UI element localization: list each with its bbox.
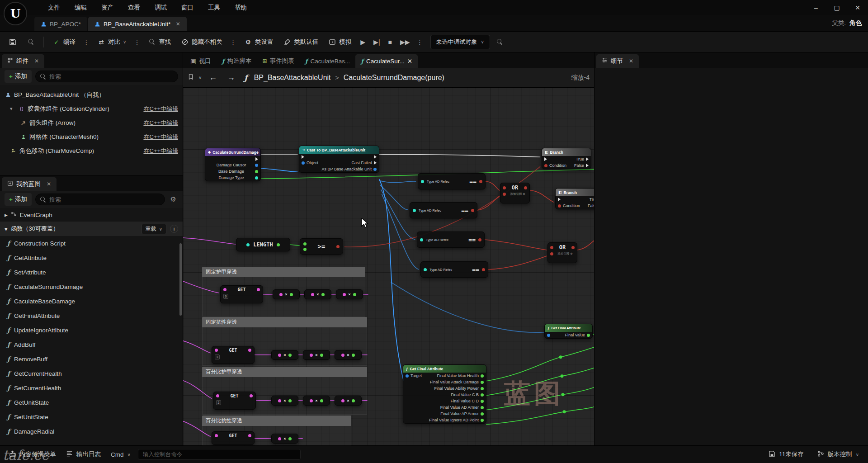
multiply-node[interactable]: × <box>271 350 298 360</box>
false-pin[interactable] <box>586 164 589 167</box>
function-list-item[interactable]: ƒ GetUnitState <box>0 395 183 410</box>
node-caculate-surrund-damage[interactable]: ◆CaculateSurrundDamage Damage Causor Bas… <box>205 148 261 181</box>
pin-out[interactable] <box>481 374 484 378</box>
tab-caculate-surrund[interactable]: ƒ CaculateSur... ✕ <box>355 54 418 68</box>
add-blueprint-item-button[interactable]: + 添加 <box>5 193 32 206</box>
save-button[interactable] <box>5 35 21 49</box>
asset-tab-bp-baseattackableunit[interactable]: BP_BaseAttackableUnit* ✕ <box>88 17 187 31</box>
pin-damage-type[interactable] <box>255 176 258 180</box>
tab-viewport[interactable]: ▣ 视口 <box>185 54 217 68</box>
exec-in-pin[interactable] <box>544 157 547 161</box>
pin-out[interactable] <box>481 400 484 403</box>
comment-header[interactable]: 固定护甲穿透 <box>202 267 365 277</box>
tab-caculate-base[interactable]: ƒ CaculateBas... <box>300 54 356 68</box>
tab-construction-script[interactable]: ƒ 构造脚本 <box>217 54 257 68</box>
add-component-button[interactable]: + 添加 <box>5 70 32 83</box>
node-get-array-item[interactable]: GET <box>212 431 255 445</box>
close-icon[interactable]: ✕ <box>176 21 180 27</box>
function-list-item[interactable]: ƒ GetFinalAttribute <box>0 308 183 323</box>
pin-in[interactable] <box>550 246 553 249</box>
find-button[interactable]: 查找 <box>144 35 175 49</box>
pin-int-out[interactable] <box>277 243 280 246</box>
parent-class-value[interactable]: 角色 <box>849 19 862 27</box>
stop-button[interactable]: ■ <box>385 36 395 48</box>
pin-in[interactable] <box>310 399 313 402</box>
array-index-field[interactable]: 0 <box>223 294 228 299</box>
close-button[interactable]: ✕ <box>847 0 868 15</box>
exec-out-pin[interactable] <box>374 155 377 159</box>
browse-asset-button[interactable] <box>23 35 39 49</box>
breadcrumb-root[interactable]: BP_BaseAttackableUnit <box>254 74 331 82</box>
function-list-item[interactable]: ƒ SetCurrentHealth <box>0 381 183 395</box>
edit-in-cpp-link[interactable]: 在C++中编辑 <box>143 147 178 155</box>
component-row[interactable]: ▾ 胶囊体组件 (CollisionCylinder) 在C++中编辑 <box>0 102 183 116</box>
pin-item-out[interactable] <box>248 349 251 352</box>
function-list-item[interactable]: ƒ UpdateIgnorAttibute <box>0 323 183 337</box>
pin-in[interactable] <box>278 399 281 402</box>
pin-in[interactable] <box>503 193 506 196</box>
pin-item-out[interactable] <box>248 434 251 437</box>
tab-details[interactable]: 细节 ✕ <box>596 54 639 68</box>
console-command-input[interactable] <box>138 449 301 460</box>
pin-item-out[interactable] <box>257 288 260 291</box>
menu-item[interactable]: 查看 <box>122 2 146 14</box>
pin-target-in[interactable] <box>406 374 409 378</box>
multiply-node[interactable]: × <box>335 350 362 360</box>
diff-button[interactable]: ⇄ 对比 ∨ <box>93 35 130 49</box>
node-cast-to-bp-baseattackableunit[interactable]: ➜Cast To BP_BaseAttackableUnit Object Ca… <box>299 146 379 173</box>
function-list-item[interactable]: ƒ GetCurrentHealth <box>0 366 183 381</box>
pin-out[interactable] <box>481 387 484 390</box>
maximize-button[interactable]: ▢ <box>826 0 847 15</box>
pin-in[interactable] <box>550 252 553 255</box>
asset-tab-bp-apoc[interactable]: BP_APOC* <box>34 17 87 31</box>
pin-in[interactable] <box>279 293 283 296</box>
node-equal[interactable]: Type AD Refec == <box>420 261 488 278</box>
debug-object-dropdown[interactable]: 未选中调试对象 ∨ <box>430 35 490 49</box>
compile-button[interactable]: ✓ 编译 <box>48 35 80 49</box>
pin-object[interactable] <box>302 161 305 165</box>
pin-array-in[interactable] <box>246 243 250 246</box>
add-pin-label[interactable]: 添加引脚 ⊕ <box>510 192 525 196</box>
multiply-node[interactable]: × <box>336 289 363 299</box>
tab-my-blueprint[interactable]: 我的蓝图 ✕ <box>2 177 57 191</box>
multiply-node[interactable]: × <box>335 396 362 406</box>
breadcrumb-current[interactable]: CaculateSurrundDamage(pure) <box>344 74 444 82</box>
function-list-item[interactable]: ƒ CaculateSurrundDamage <box>0 279 183 294</box>
exec-in-pin[interactable] <box>558 198 561 201</box>
pin-out[interactable] <box>571 246 575 249</box>
pin-out[interactable] <box>352 354 355 357</box>
function-list-item[interactable]: ƒ DamageRadial <box>0 424 183 439</box>
function-list-item[interactable]: ƒ CaculateBaseDamage <box>0 294 183 308</box>
eventgraph-row[interactable]: ▸ EventGraph <box>0 208 183 222</box>
comment-header[interactable]: 固定抗性穿透 <box>202 317 367 327</box>
true-pin[interactable] <box>586 157 589 161</box>
node-get-array-item[interactable]: GET 1 <box>212 346 255 364</box>
pin-out[interactable] <box>352 399 355 402</box>
function-list-item[interactable]: ƒ GetAttribute <box>0 250 183 265</box>
pin-out[interactable] <box>320 354 323 357</box>
menu-item[interactable]: 资产 <box>95 2 120 14</box>
pin-enum-in[interactable] <box>413 209 416 212</box>
components-search-input[interactable] <box>49 73 173 80</box>
overload-dropdown[interactable]: 重载 ∨ <box>142 224 166 234</box>
tab-event-graph[interactable]: ⊞ 事件图表 <box>257 54 300 68</box>
pin-out[interactable] <box>481 419 484 422</box>
minimize-button[interactable]: – <box>806 0 826 15</box>
pin-bool-out[interactable] <box>471 209 474 212</box>
array-index-field[interactable]: 1 <box>215 354 220 359</box>
exec-in-pin[interactable] <box>302 155 304 159</box>
pin-as-bp-base-attackable-unit[interactable] <box>373 168 377 171</box>
pin-in[interactable] <box>503 186 506 189</box>
hide-unrelated-button[interactable]: 隐藏不相关 <box>177 35 226 49</box>
pin-base-damage[interactable] <box>255 170 258 173</box>
pin-out[interactable] <box>290 293 293 296</box>
tab-components[interactable]: 组件 ✕ <box>2 54 44 68</box>
pin-out[interactable] <box>321 293 325 296</box>
multiply-node[interactable]: × <box>271 396 298 406</box>
pin-out[interactable] <box>481 381 484 384</box>
comment-header[interactable]: 百分比护甲穿透 <box>202 367 367 377</box>
pin-final-value-out[interactable] <box>587 334 590 337</box>
bookmark-icon[interactable] <box>188 74 194 81</box>
pin-array-in[interactable] <box>215 434 218 437</box>
pin-in-a[interactable] <box>303 242 307 246</box>
